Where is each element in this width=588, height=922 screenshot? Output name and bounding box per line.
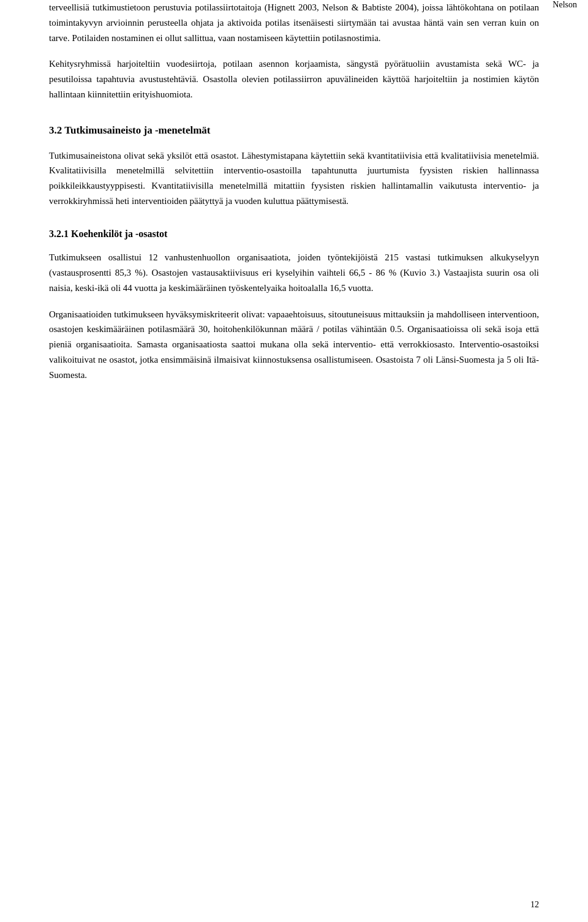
section-3-2-heading: 3.2 Tutkimusaineisto ja -menetelmät bbox=[49, 122, 539, 138]
paragraph-2: Kehitysryhmissä harjoiteltiin vuodesiirt… bbox=[49, 56, 539, 102]
paragraph-5: Organisaatioiden tutkimukseen hyväksymis… bbox=[49, 307, 539, 383]
top-right-name: Nelson bbox=[552, 0, 577, 10]
page-container: Nelson terveellisiä tutkimustietoon peru… bbox=[0, 0, 588, 922]
paragraph-3: Tutkimusaineistona olivat sekä yksilöt e… bbox=[49, 148, 539, 209]
content-block: terveellisiä tutkimustietoon perustuvia … bbox=[49, 0, 539, 382]
subsection-3-2-1-heading: 3.2.1 Koehenkilöt ja -osastot bbox=[49, 226, 539, 242]
paragraph-4: Tutkimukseen osallistui 12 vanhustenhuol… bbox=[49, 250, 539, 295]
page-number: 12 bbox=[530, 900, 539, 910]
paragraph-1: terveellisiä tutkimustietoon perustuvia … bbox=[49, 0, 539, 45]
